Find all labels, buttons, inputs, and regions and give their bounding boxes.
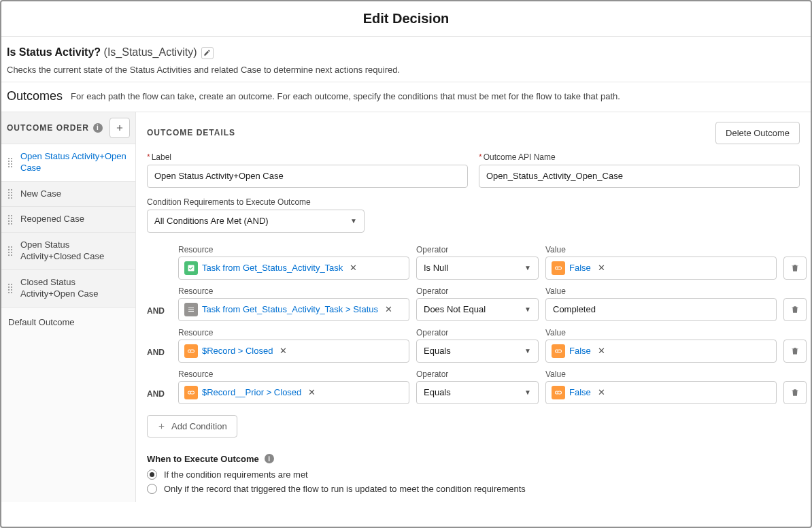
drag-handle-icon[interactable]	[8, 284, 15, 293]
execute-option-label: If the condition requirements are met	[164, 469, 308, 480]
drag-handle-icon[interactable]	[8, 246, 15, 256]
resource-label: Resource	[178, 328, 409, 337]
resource-type-icon	[184, 303, 198, 316]
remove-pill-button[interactable]: ✕	[382, 304, 395, 314]
info-icon[interactable]: i	[265, 454, 274, 463]
info-icon[interactable]: i	[93, 123, 103, 133]
operator-select[interactable]: Equals▼	[416, 381, 539, 404]
api-name-input[interactable]	[479, 165, 800, 188]
remove-pill-button[interactable]: ✕	[347, 263, 360, 273]
value-pill-text: False	[569, 263, 591, 273]
outcome-order-item[interactable]: Closed Status Activity+Open Case	[1, 270, 135, 308]
chevron-down-icon: ▼	[524, 389, 531, 396]
resource-input[interactable]: $Record__Prior > Closed✕	[178, 381, 409, 404]
remove-pill-button[interactable]: ✕	[305, 387, 318, 397]
operator-value: Does Not Equal	[424, 304, 486, 314]
condition-row: ANDResource$Record > Closed✕OperatorEqua…	[147, 328, 800, 363]
operator-value: Is Null	[424, 263, 448, 273]
resource-type-icon	[552, 344, 565, 358]
edit-name-button[interactable]	[201, 47, 214, 59]
resource-label: Resource	[178, 245, 409, 254]
delete-condition-button[interactable]	[783, 257, 807, 280]
plus-icon	[115, 123, 124, 133]
value-input[interactable]: False✕	[545, 381, 777, 404]
chevron-down-icon: ▼	[524, 306, 531, 313]
chevron-down-icon: ▼	[524, 264, 531, 271]
execute-option[interactable]: If the condition requirements are met	[147, 469, 800, 480]
and-label: AND	[147, 348, 171, 363]
value-pill-text: False	[569, 346, 591, 356]
default-outcome-item[interactable]: Default Outcome	[1, 308, 135, 337]
value-input[interactable]: False✕	[545, 257, 777, 280]
remove-pill-button[interactable]: ✕	[595, 263, 608, 273]
chevron-down-icon: ▼	[524, 347, 531, 354]
outcome-details-panel: OUTCOME DETAILS Delete Outcome *Label *O…	[136, 112, 811, 502]
value-label: Value	[545, 245, 777, 254]
outcomes-header: Outcomes For each path the flow can take…	[1, 82, 811, 112]
resource-value: $Record > Closed	[202, 346, 273, 356]
when-to-execute-section: When to Execute Outcome i If the conditi…	[147, 454, 800, 494]
resource-value: $Record__Prior > Closed	[202, 387, 301, 397]
value-pill-text: False	[569, 387, 591, 397]
pencil-icon	[203, 49, 211, 56]
delete-outcome-button[interactable]: Delete Outcome	[715, 122, 800, 144]
resource-type-icon	[184, 261, 198, 275]
condition-req-select[interactable]: All Conditions Are Met (AND) ▼	[147, 210, 365, 233]
trash-icon	[790, 263, 800, 273]
resource-type-icon	[552, 261, 565, 275]
delete-condition-button[interactable]	[783, 381, 807, 404]
remove-pill-button[interactable]: ✕	[595, 387, 608, 397]
delete-condition-button[interactable]	[783, 340, 807, 363]
resource-type-icon	[184, 344, 198, 358]
outcome-order-item[interactable]: Open Status Activity+Open Case	[1, 144, 135, 182]
and-label: AND	[147, 389, 171, 404]
add-outcome-button[interactable]	[109, 118, 130, 138]
api-field-label: *Outcome API Name	[479, 152, 800, 162]
plus-icon	[157, 422, 166, 431]
label-input[interactable]	[147, 165, 468, 188]
value-text: Completed	[553, 304, 596, 314]
trash-icon	[790, 346, 800, 356]
resource-input[interactable]: Task from Get_Status_Activity_Task > Sta…	[178, 298, 409, 321]
drag-handle-icon[interactable]	[8, 215, 15, 225]
decision-api-name: (Is_Status_Activity)	[104, 46, 197, 58]
remove-pill-button[interactable]: ✕	[595, 346, 608, 356]
label-field-label: *Label	[147, 152, 468, 162]
outcome-item-label: New Case	[20, 188, 130, 200]
resource-type-icon	[184, 386, 198, 399]
operator-select[interactable]: Equals▼	[416, 340, 539, 363]
condition-req-label: Condition Requirements to Execute Outcom…	[147, 197, 800, 207]
operator-value: Equals	[424, 346, 451, 356]
delete-condition-button[interactable]	[783, 298, 807, 321]
trash-icon	[790, 305, 800, 314]
value-label: Value	[545, 328, 777, 337]
outcome-order-item[interactable]: New Case	[1, 182, 135, 208]
trash-icon	[790, 388, 800, 397]
operator-select[interactable]: Does Not Equal▼	[416, 298, 539, 321]
decision-info: Is Status Activity? (Is_Status_Activity)…	[1, 37, 811, 82]
remove-pill-button[interactable]: ✕	[277, 346, 290, 356]
outcomes-heading: Outcomes	[7, 89, 63, 103]
drag-handle-icon[interactable]	[8, 158, 15, 167]
operator-select[interactable]: Is Null▼	[416, 257, 539, 280]
value-input[interactable]: False✕	[545, 340, 777, 363]
outcome-order-item[interactable]: Open Status Activity+Closed Case	[1, 233, 135, 270]
radio-button[interactable]	[147, 469, 157, 480]
outcome-order-item[interactable]: Reopened Case	[1, 207, 135, 233]
radio-button[interactable]	[147, 484, 157, 494]
execute-option[interactable]: Only if the record that triggered the fl…	[147, 484, 800, 494]
condition-row: ResourceTask from Get_Status_Activity_Ta…	[147, 245, 800, 280]
chevron-down-icon: ▼	[350, 217, 357, 225]
when-to-execute-heading: When to Execute Outcome	[147, 454, 259, 464]
resource-input[interactable]: $Record > Closed✕	[178, 340, 409, 363]
outcome-item-label: Closed Status Activity+Open Case	[20, 277, 130, 300]
value-label: Value	[545, 286, 777, 296]
resource-type-icon	[552, 386, 565, 399]
condition-row: ANDResourceTask from Get_Status_Activity…	[147, 286, 800, 321]
add-condition-button[interactable]: Add Condition	[147, 415, 237, 438]
drag-handle-icon[interactable]	[8, 189, 15, 199]
operator-label: Operator	[416, 286, 539, 296]
outcomes-help: For each path the flow can take, create …	[71, 91, 620, 101]
resource-input[interactable]: Task from Get_Status_Activity_Task✕	[178, 257, 409, 280]
value-input[interactable]: Completed	[545, 298, 777, 321]
